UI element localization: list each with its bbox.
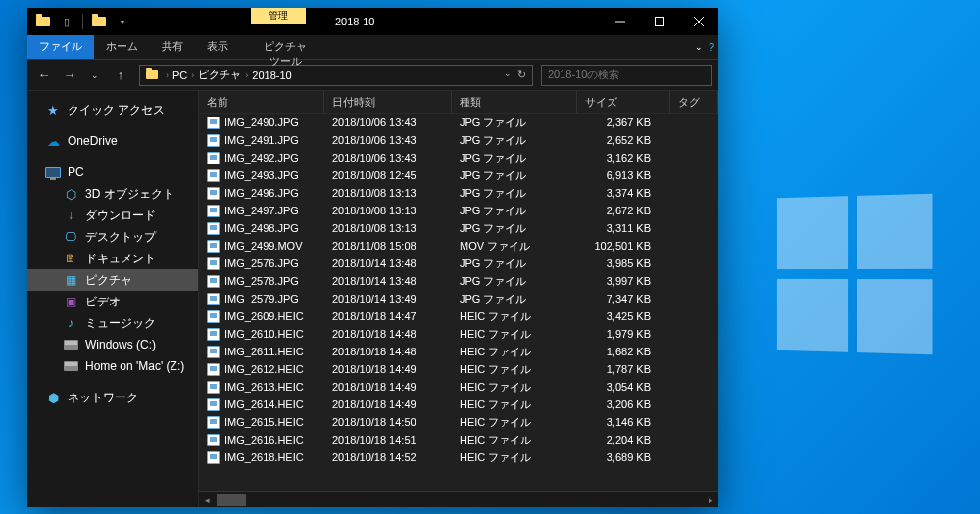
tab-home[interactable]: ホーム — [94, 35, 150, 59]
file-icon — [207, 346, 220, 358]
up-button[interactable]: ↑ — [110, 65, 131, 86]
file-row[interactable]: IMG_2579.JPG2018/10/14 13:49JPG ファイル7,34… — [199, 290, 718, 307]
file-name: IMG_2496.JPG — [224, 187, 299, 199]
contextual-tab-label: 管理 — [251, 8, 306, 24]
header-type[interactable]: 種類 — [452, 91, 577, 113]
file-list[interactable]: IMG_2490.JPG2018/10/06 13:43JPG ファイル2,36… — [199, 114, 718, 491]
tree-home-mac[interactable]: Home on 'Mac' (Z:) — [27, 355, 198, 377]
file-date: 2018/11/08 15:08 — [324, 240, 452, 252]
file-row[interactable]: IMG_2493.JPG2018/10/08 12:45JPG ファイル6,91… — [199, 166, 718, 184]
file-icon — [207, 257, 220, 270]
file-icon — [207, 240, 220, 253]
file-icon — [207, 222, 220, 235]
navigation-tree[interactable]: ★クイック アクセス ☁OneDrive PC ⬡3D オブジェクト ↓ダウンロ… — [27, 91, 199, 507]
file-size: 3,311 KB — [577, 222, 670, 234]
file-type: HEIC ファイル — [452, 380, 577, 395]
file-date: 2018/10/14 13:49 — [324, 293, 452, 304]
file-row[interactable]: IMG_2610.HEIC2018/10/18 14:48HEIC ファイル1,… — [199, 325, 718, 343]
tree-desktop[interactable]: 🖵デスクトップ — [27, 226, 198, 248]
qat-folder-icon[interactable] — [89, 12, 109, 31]
file-size: 3,689 KB — [577, 451, 670, 463]
file-row[interactable]: IMG_2609.HEIC2018/10/18 14:47HEIC ファイル3,… — [199, 307, 718, 325]
tab-share[interactable]: 共有 — [150, 35, 195, 59]
file-size: 1,979 KB — [577, 328, 670, 340]
breadcrumb-pictures[interactable]: ピクチャ — [198, 68, 241, 82]
file-name: IMG_2612.HEIC — [224, 363, 304, 375]
ribbon-expand-icon[interactable]: ⌄ — [695, 42, 703, 52]
forward-button[interactable]: → — [59, 65, 80, 86]
file-icon — [207, 134, 220, 147]
header-tag[interactable]: タグ — [670, 91, 718, 113]
file-row[interactable]: IMG_2613.HEIC2018/10/18 14:49HEIC ファイル3,… — [199, 378, 718, 396]
close-button[interactable] — [679, 8, 718, 35]
file-row[interactable]: IMG_2497.JPG2018/10/08 13:13JPG ファイル2,67… — [199, 202, 718, 219]
header-size[interactable]: サイズ — [577, 91, 670, 113]
header-date[interactable]: 日付時刻 — [324, 91, 452, 113]
tree-quick-access[interactable]: ★クイック アクセス — [27, 99, 198, 120]
file-row[interactable]: IMG_2578.JPG2018/10/14 13:48JPG ファイル3,99… — [199, 272, 718, 290]
file-size: 3,054 KB — [577, 381, 670, 393]
header-name[interactable]: 名前 — [199, 91, 324, 113]
tree-downloads[interactable]: ↓ダウンロード — [27, 205, 198, 226]
file-row[interactable]: IMG_2499.MOV2018/11/08 15:08MOV ファイル102,… — [199, 237, 718, 255]
file-row[interactable]: IMG_2490.JPG2018/10/06 13:43JPG ファイル2,36… — [199, 114, 718, 131]
scroll-right-icon[interactable]: ▸ — [703, 492, 718, 508]
refresh-icon[interactable]: ↻ — [517, 69, 526, 81]
titlebar[interactable]: ▯ ▾ 管理 2018-10 — [27, 8, 718, 35]
tab-view[interactable]: 表示 — [195, 35, 240, 59]
file-icon — [207, 310, 220, 323]
file-date: 2018/10/08 13:13 — [324, 205, 452, 216]
file-type: JPG ファイル — [452, 133, 577, 148]
file-row[interactable]: IMG_2492.JPG2018/10/06 13:43JPG ファイル3,16… — [199, 149, 718, 166]
maximize-button[interactable] — [640, 8, 679, 35]
file-date: 2018/10/18 14:48 — [324, 346, 452, 357]
tab-picture-tools[interactable]: ピクチャ ツール — [251, 35, 319, 72]
file-row[interactable]: IMG_2491.JPG2018/10/06 13:43JPG ファイル2,65… — [199, 131, 718, 149]
file-name: IMG_2611.HEIC — [224, 346, 304, 357]
tree-videos[interactable]: ▣ビデオ — [27, 291, 198, 312]
tree-documents[interactable]: 🗎ドキュメント — [27, 248, 198, 269]
file-size: 6,913 KB — [577, 169, 670, 181]
search-input[interactable]: 2018-10の検索 — [541, 65, 712, 86]
recent-dropdown-icon[interactable]: ⌄ — [84, 65, 106, 86]
tree-pc[interactable]: PC — [27, 162, 198, 183]
qat-dropdown-icon[interactable]: ▾ — [113, 12, 132, 31]
properties-icon[interactable]: ▯ — [57, 12, 76, 31]
file-row[interactable]: IMG_2612.HEIC2018/10/18 14:49HEIC ファイル1,… — [199, 360, 718, 378]
tab-file[interactable]: ファイル — [27, 35, 94, 59]
file-icon — [207, 328, 220, 341]
tree-music[interactable]: ♪ミュージック — [27, 312, 198, 334]
tree-3d-objects[interactable]: ⬡3D オブジェクト — [27, 183, 198, 205]
breadcrumb-pc[interactable]: PC — [172, 70, 187, 81]
file-type: HEIC ファイル — [452, 450, 577, 465]
back-button[interactable]: ← — [33, 65, 55, 86]
file-row[interactable]: IMG_2614.HEIC2018/10/18 14:49HEIC ファイル3,… — [199, 396, 718, 413]
file-icon — [207, 398, 220, 411]
address-dropdown-icon[interactable]: ⌄ — [504, 69, 512, 81]
minimize-button[interactable] — [601, 8, 640, 35]
file-date: 2018/10/08 13:13 — [324, 187, 452, 199]
file-type: JPG ファイル — [452, 186, 577, 201]
file-row[interactable]: IMG_2498.JPG2018/10/08 13:13JPG ファイル3,31… — [199, 219, 718, 237]
column-headers: 名前 日付時刻 種類 サイズ タグ — [199, 91, 718, 114]
file-row[interactable]: IMG_2611.HEIC2018/10/18 14:48HEIC ファイル1,… — [199, 343, 718, 360]
address-bar[interactable]: › PC › ピクチャ › 2018-10 ⌄ ↻ — [139, 65, 533, 86]
window-title: 2018-10 — [335, 16, 374, 27]
file-row[interactable]: IMG_2618.HEIC2018/10/18 14:52HEIC ファイル3,… — [199, 448, 718, 466]
scrollbar-thumb[interactable] — [217, 494, 246, 506]
file-icon — [207, 381, 220, 394]
tree-windows-c[interactable]: Windows (C:) — [27, 334, 198, 355]
horizontal-scrollbar[interactable]: ◂ ▸ — [199, 491, 718, 507]
scroll-left-icon[interactable]: ◂ — [199, 492, 215, 508]
folder-icon — [33, 12, 53, 31]
tree-network[interactable]: ⬢ネットワーク — [27, 387, 198, 408]
file-row[interactable]: IMG_2615.HEIC2018/10/18 14:50HEIC ファイル3,… — [199, 413, 718, 431]
file-name: IMG_2491.JPG — [224, 134, 299, 146]
file-row[interactable]: IMG_2616.HEIC2018/10/18 14:51HEIC ファイル2,… — [199, 431, 718, 448]
file-row[interactable]: IMG_2576.JPG2018/10/14 13:48JPG ファイル3,98… — [199, 255, 718, 272]
file-name: IMG_2613.HEIC — [224, 381, 304, 393]
file-row[interactable]: IMG_2496.JPG2018/10/08 13:13JPG ファイル3,37… — [199, 184, 718, 202]
help-icon[interactable]: ? — [709, 41, 714, 53]
tree-pictures[interactable]: ▦ピクチャ — [27, 269, 198, 291]
tree-onedrive[interactable]: ☁OneDrive — [27, 130, 198, 152]
